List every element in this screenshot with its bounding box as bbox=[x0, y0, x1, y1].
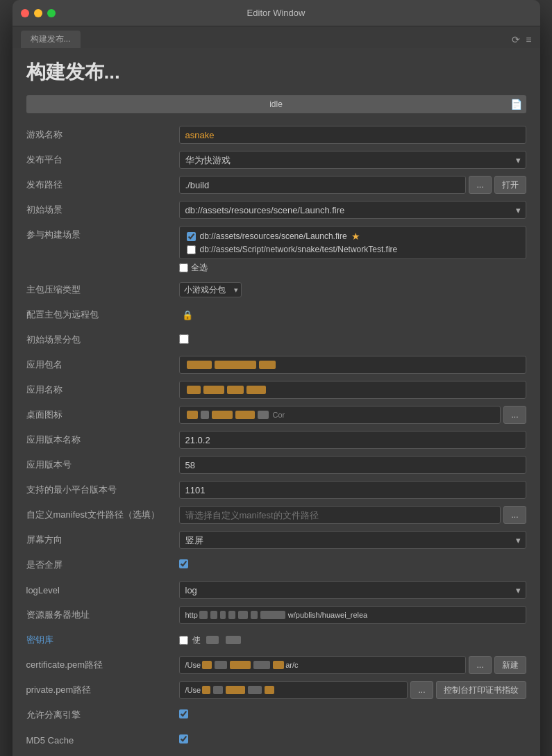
app-id-label: 应用包名 bbox=[26, 359, 179, 371]
min-platform-label: 支持的最小平台版本号 bbox=[26, 484, 179, 496]
platform-control: 华为快游戏 bbox=[179, 151, 526, 169]
participate-scenes-row: 参与构建场景 db://assets/resources/scene/Launc… bbox=[26, 226, 526, 274]
tab-build[interactable]: 构建发布... bbox=[21, 31, 81, 48]
blur5 bbox=[203, 386, 224, 394]
platform-row: 发布平台 华为快游戏 bbox=[26, 151, 526, 169]
url-b7 bbox=[260, 611, 285, 619]
loglevel-label: logLevel bbox=[26, 585, 179, 595]
url-b4 bbox=[228, 611, 235, 619]
progress-status: idle bbox=[269, 99, 283, 109]
app-version-name-control bbox=[179, 431, 526, 449]
keystore-control: 使 bbox=[179, 634, 526, 646]
build-path-row: 发布路径 ... 打开 bbox=[26, 176, 526, 194]
pp1 bbox=[202, 686, 210, 694]
allow-separated-control bbox=[179, 709, 526, 721]
minimize-button[interactable] bbox=[34, 9, 42, 17]
fullscreen-label: 是否全屏 bbox=[26, 559, 179, 571]
fullscreen-checkbox[interactable] bbox=[179, 559, 188, 568]
fullscreen-control bbox=[179, 559, 526, 570]
scene-1-star: ★ bbox=[351, 231, 360, 242]
ks-b1 bbox=[206, 636, 219, 644]
tab-bar-icons: ⟳ ≡ bbox=[512, 34, 531, 45]
compress-label: 主包压缩类型 bbox=[26, 284, 179, 296]
url-b3 bbox=[220, 611, 226, 619]
maximize-button[interactable] bbox=[47, 9, 56, 17]
pp4 bbox=[248, 686, 262, 694]
scene-2-checkbox[interactable] bbox=[187, 245, 196, 254]
screen-orient-row: 屏幕方向 竖屏 bbox=[26, 531, 526, 549]
keystore-checkbox-1[interactable] bbox=[179, 636, 188, 645]
menu-icon[interactable]: ≡ bbox=[526, 34, 531, 45]
blur3 bbox=[259, 361, 276, 369]
refresh-icon[interactable]: ⟳ bbox=[512, 34, 520, 45]
scene-list: db://assets/resources/scene/Launch.fire … bbox=[179, 226, 526, 259]
compress-select[interactable]: 小游戏分包 bbox=[179, 282, 242, 297]
url-b1 bbox=[199, 611, 208, 619]
md5-checkbox[interactable] bbox=[179, 734, 188, 743]
build-form: 游戏名称 发布平台 华为快游戏 发布路径 bbox=[26, 126, 526, 756]
scene-item-1: db://assets/resources/scene/Launch.fire … bbox=[184, 229, 521, 243]
cert-pem-label: certificate.pem路径 bbox=[26, 659, 179, 671]
loglevel-select[interactable]: log bbox=[179, 581, 526, 599]
platform-select[interactable]: 华为快游戏 bbox=[179, 151, 526, 169]
min-platform-input[interactable] bbox=[179, 481, 526, 499]
editor-window: Editor Window 构建发布... ⟳ ≡ 构建发布... idle 📄… bbox=[12, 0, 540, 756]
window-controls bbox=[21, 9, 56, 17]
remote-pkg-control: 🔒 bbox=[179, 310, 526, 320]
private-browse-btn[interactable]: ... bbox=[410, 681, 433, 699]
initial-scene-select-wrap: db://assets/resources/scene/Launch.fire bbox=[179, 201, 526, 219]
print-fingerprint-btn[interactable]: 控制台打印证书指纹 bbox=[436, 681, 526, 699]
game-name-label: 游戏名称 bbox=[26, 129, 179, 141]
game-name-input[interactable] bbox=[179, 126, 526, 144]
manifest-input[interactable] bbox=[179, 506, 501, 524]
initial-scene-pkg-checkbox[interactable] bbox=[179, 334, 189, 344]
pp3 bbox=[226, 686, 245, 694]
app-version-name-input[interactable] bbox=[179, 431, 526, 449]
priv-use: /Use bbox=[185, 686, 201, 694]
allow-separated-checkbox[interactable] bbox=[179, 709, 188, 718]
platform-select-wrap: 华为快游戏 bbox=[179, 151, 526, 169]
md5-row: MD5 Cache bbox=[26, 731, 526, 749]
resource-url-input[interactable]: http w/publish/huawei_relea bbox=[179, 606, 526, 624]
resource-url-label: 资源服务器地址 bbox=[26, 609, 179, 621]
build-path-input[interactable] bbox=[179, 176, 467, 194]
screen-orient-select[interactable]: 竖屏 bbox=[179, 531, 526, 549]
loglevel-select-wrap: log bbox=[179, 581, 526, 599]
close-button[interactable] bbox=[21, 9, 29, 17]
app-name-input[interactable] bbox=[179, 381, 526, 399]
cp1 bbox=[202, 661, 212, 669]
cert-path-display[interactable]: /Use ar/c bbox=[179, 656, 467, 674]
keystore-label[interactable]: 密钥库 bbox=[26, 634, 179, 646]
path-open-button[interactable]: 打开 bbox=[494, 176, 526, 194]
initial-scene-select[interactable]: db://assets/resources/scene/Launch.fire bbox=[179, 201, 526, 219]
select-all-checkbox[interactable] bbox=[179, 263, 188, 272]
app-version-num-row: 应用版本号 bbox=[26, 456, 526, 474]
page-title: 构建发布... bbox=[26, 59, 526, 85]
app-id-row: 应用包名 bbox=[26, 356, 526, 374]
resource-url-control: http w/publish/huawei_relea bbox=[179, 606, 526, 624]
blur2 bbox=[215, 361, 256, 369]
manifest-control: ... bbox=[179, 506, 526, 524]
cert-new-btn[interactable]: 新建 bbox=[494, 656, 526, 674]
progress-bar: idle 📄 bbox=[26, 95, 526, 113]
cert-pem-row: certificate.pem路径 /Use ar/c ... bbox=[26, 656, 526, 674]
scene-controls: 全选 bbox=[179, 262, 526, 274]
titlebar: Editor Window bbox=[12, 0, 540, 26]
select-all-label[interactable]: 全选 bbox=[179, 262, 208, 274]
desktop-icon-input[interactable]: Cor bbox=[179, 406, 501, 424]
desktop-icon-btn[interactable]: ... bbox=[503, 406, 526, 424]
cert-browse-btn[interactable]: ... bbox=[469, 656, 491, 674]
app-version-num-input[interactable] bbox=[179, 456, 526, 474]
initial-scene-label: 初始场景 bbox=[26, 204, 179, 216]
manifest-browse-btn[interactable]: ... bbox=[503, 506, 526, 524]
participate-scenes-label: 参与构建场景 bbox=[26, 226, 179, 241]
md5-label: MD5 Cache bbox=[26, 735, 179, 746]
private-path-display[interactable]: /Use bbox=[179, 681, 408, 699]
scene-1-checkbox[interactable] bbox=[187, 232, 196, 241]
lock-icon: 🔒 bbox=[182, 310, 193, 320]
path-browse-button[interactable]: ... bbox=[469, 176, 491, 194]
app-id-input[interactable] bbox=[179, 356, 526, 374]
md5-control bbox=[179, 734, 526, 746]
url-http: http bbox=[185, 611, 198, 619]
url-b6 bbox=[251, 611, 258, 619]
